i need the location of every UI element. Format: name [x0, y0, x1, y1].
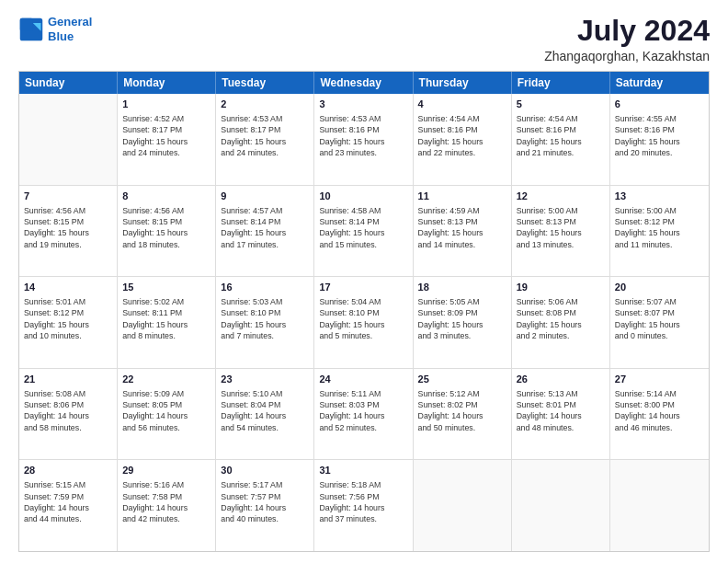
cal-cell: 28Sunrise: 5:15 AM Sunset: 7:59 PM Dayli… — [19, 460, 118, 551]
cell-info: Sunrise: 4:59 AM Sunset: 8:13 PM Dayligh… — [418, 205, 506, 250]
day-number: 21 — [24, 373, 112, 386]
cal-cell: 26Sunrise: 5:13 AM Sunset: 8:01 PM Dayli… — [512, 369, 610, 460]
cell-info: Sunrise: 5:10 AM Sunset: 8:04 PM Dayligh… — [221, 388, 309, 433]
cell-info: Sunrise: 5:11 AM Sunset: 8:03 PM Dayligh… — [319, 388, 407, 433]
cal-cell — [512, 460, 610, 551]
cal-cell: 1Sunrise: 4:52 AM Sunset: 8:17 PM Daylig… — [118, 94, 216, 185]
calendar-header-row: SundayMondayTuesdayWednesdayThursdayFrid… — [19, 72, 709, 94]
calendar: SundayMondayTuesdayWednesdayThursdayFrid… — [18, 71, 710, 552]
cal-cell: 30Sunrise: 5:17 AM Sunset: 7:57 PM Dayli… — [216, 460, 314, 551]
cell-info: Sunrise: 5:18 AM Sunset: 7:56 PM Dayligh… — [319, 479, 407, 524]
cal-cell: 18Sunrise: 5:05 AM Sunset: 8:09 PM Dayli… — [414, 277, 512, 368]
cal-cell: 14Sunrise: 5:01 AM Sunset: 8:12 PM Dayli… — [19, 277, 118, 368]
cal-header-saturday: Saturday — [610, 72, 709, 94]
cal-cell: 27Sunrise: 5:14 AM Sunset: 8:00 PM Dayli… — [610, 369, 709, 460]
month-year: July 2024 — [544, 15, 710, 47]
day-number: 6 — [615, 98, 704, 111]
cell-info: Sunrise: 5:14 AM Sunset: 8:00 PM Dayligh… — [615, 388, 704, 433]
cal-cell: 10Sunrise: 4:58 AM Sunset: 8:14 PM Dayli… — [314, 186, 413, 277]
cell-info: Sunrise: 5:09 AM Sunset: 8:05 PM Dayligh… — [122, 388, 210, 433]
cal-cell: 15Sunrise: 5:02 AM Sunset: 8:11 PM Dayli… — [118, 277, 216, 368]
cell-info: Sunrise: 5:07 AM Sunset: 8:07 PM Dayligh… — [615, 296, 704, 341]
cal-header-tuesday: Tuesday — [216, 72, 314, 94]
logo: General Blue — [18, 15, 92, 43]
page: General Blue July 2024 Zhangaqorghan, Ka… — [0, 0, 728, 563]
logo-text: General Blue — [48, 15, 92, 43]
logo-icon — [18, 17, 44, 42]
day-number: 24 — [319, 373, 407, 386]
cal-cell: 13Sunrise: 5:00 AM Sunset: 8:12 PM Dayli… — [610, 186, 709, 277]
svg-rect-2 — [20, 17, 33, 30]
day-number: 27 — [615, 373, 704, 386]
cal-cell: 31Sunrise: 5:18 AM Sunset: 7:56 PM Dayli… — [314, 460, 413, 551]
cal-header-wednesday: Wednesday — [314, 72, 413, 94]
cell-info: Sunrise: 5:04 AM Sunset: 8:10 PM Dayligh… — [319, 296, 407, 341]
cal-cell: 17Sunrise: 5:04 AM Sunset: 8:10 PM Dayli… — [314, 277, 413, 368]
day-number: 28 — [24, 464, 112, 477]
day-number: 10 — [319, 190, 407, 203]
cal-week-4: 21Sunrise: 5:08 AM Sunset: 8:06 PM Dayli… — [19, 369, 709, 461]
cal-week-2: 7Sunrise: 4:56 AM Sunset: 8:15 PM Daylig… — [19, 186, 709, 278]
day-number: 8 — [122, 190, 210, 203]
cal-cell: 12Sunrise: 5:00 AM Sunset: 8:13 PM Dayli… — [512, 186, 610, 277]
cal-header-monday: Monday — [118, 72, 216, 94]
day-number: 29 — [122, 464, 210, 477]
day-number: 20 — [615, 281, 704, 294]
day-number: 22 — [122, 373, 210, 386]
cal-cell: 19Sunrise: 5:06 AM Sunset: 8:08 PM Dayli… — [512, 277, 610, 368]
day-number: 7 — [24, 190, 112, 203]
cell-info: Sunrise: 5:01 AM Sunset: 8:12 PM Dayligh… — [24, 296, 112, 341]
day-number: 19 — [517, 281, 605, 294]
cell-info: Sunrise: 4:57 AM Sunset: 8:14 PM Dayligh… — [221, 205, 309, 250]
cal-cell: 23Sunrise: 5:10 AM Sunset: 8:04 PM Dayli… — [216, 369, 314, 460]
cell-info: Sunrise: 4:58 AM Sunset: 8:14 PM Dayligh… — [319, 205, 407, 250]
logo-line2: Blue — [48, 29, 74, 43]
cell-info: Sunrise: 5:05 AM Sunset: 8:09 PM Dayligh… — [418, 296, 506, 341]
calendar-body: 1Sunrise: 4:52 AM Sunset: 8:17 PM Daylig… — [19, 94, 709, 551]
cell-info: Sunrise: 5:13 AM Sunset: 8:01 PM Dayligh… — [517, 388, 605, 433]
day-number: 3 — [319, 98, 407, 111]
day-number: 1 — [122, 98, 210, 111]
cell-info: Sunrise: 5:02 AM Sunset: 8:11 PM Dayligh… — [122, 296, 210, 341]
cal-header-sunday: Sunday — [19, 72, 118, 94]
cell-info: Sunrise: 4:54 AM Sunset: 8:16 PM Dayligh… — [418, 113, 506, 158]
cal-cell: 20Sunrise: 5:07 AM Sunset: 8:07 PM Dayli… — [610, 277, 709, 368]
title-block: July 2024 Zhangaqorghan, Kazakhstan — [544, 15, 710, 63]
cell-info: Sunrise: 5:06 AM Sunset: 8:08 PM Dayligh… — [517, 296, 605, 341]
cal-week-3: 14Sunrise: 5:01 AM Sunset: 8:12 PM Dayli… — [19, 277, 709, 369]
day-number: 4 — [418, 98, 506, 111]
cal-cell — [19, 94, 118, 185]
cal-cell: 3Sunrise: 4:53 AM Sunset: 8:16 PM Daylig… — [314, 94, 413, 185]
cell-info: Sunrise: 4:54 AM Sunset: 8:16 PM Dayligh… — [517, 113, 605, 158]
day-number: 25 — [418, 373, 506, 386]
day-number: 26 — [517, 373, 605, 386]
day-number: 31 — [319, 464, 407, 477]
cal-cell — [610, 460, 709, 551]
cal-cell: 16Sunrise: 5:03 AM Sunset: 8:10 PM Dayli… — [216, 277, 314, 368]
cal-cell: 5Sunrise: 4:54 AM Sunset: 8:16 PM Daylig… — [512, 94, 610, 185]
cal-cell: 6Sunrise: 4:55 AM Sunset: 8:16 PM Daylig… — [610, 94, 709, 185]
cal-cell: 21Sunrise: 5:08 AM Sunset: 8:06 PM Dayli… — [19, 369, 118, 460]
cal-header-thursday: Thursday — [414, 72, 512, 94]
cell-info: Sunrise: 4:53 AM Sunset: 8:17 PM Dayligh… — [221, 113, 309, 158]
cell-info: Sunrise: 5:00 AM Sunset: 8:13 PM Dayligh… — [517, 205, 605, 250]
header: General Blue July 2024 Zhangaqorghan, Ka… — [18, 15, 710, 63]
cal-cell: 29Sunrise: 5:16 AM Sunset: 7:58 PM Dayli… — [118, 460, 216, 551]
cell-info: Sunrise: 4:56 AM Sunset: 8:15 PM Dayligh… — [122, 205, 210, 250]
day-number: 18 — [418, 281, 506, 294]
logo-line1: General — [48, 15, 92, 29]
cal-cell: 24Sunrise: 5:11 AM Sunset: 8:03 PM Dayli… — [314, 369, 413, 460]
cell-info: Sunrise: 4:56 AM Sunset: 8:15 PM Dayligh… — [24, 205, 112, 250]
day-number: 17 — [319, 281, 407, 294]
day-number: 2 — [221, 98, 309, 111]
cal-cell: 25Sunrise: 5:12 AM Sunset: 8:02 PM Dayli… — [414, 369, 512, 460]
cell-info: Sunrise: 5:03 AM Sunset: 8:10 PM Dayligh… — [221, 296, 309, 341]
day-number: 23 — [221, 373, 309, 386]
day-number: 12 — [517, 190, 605, 203]
cal-week-5: 28Sunrise: 5:15 AM Sunset: 7:59 PM Dayli… — [19, 460, 709, 551]
cell-info: Sunrise: 4:52 AM Sunset: 8:17 PM Dayligh… — [122, 113, 210, 158]
cell-info: Sunrise: 5:12 AM Sunset: 8:02 PM Dayligh… — [418, 388, 506, 433]
cal-cell: 8Sunrise: 4:56 AM Sunset: 8:15 PM Daylig… — [118, 186, 216, 277]
location: Zhangaqorghan, Kazakhstan — [544, 49, 710, 63]
day-number: 15 — [122, 281, 210, 294]
